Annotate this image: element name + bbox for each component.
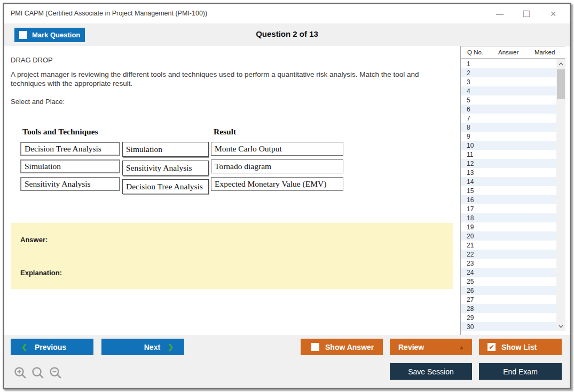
question-header-strip: Question 2 of 13 Mark Question [4,23,570,46]
question-number: 8 [467,124,470,131]
question-number: 12 [467,160,474,167]
show-list-checkbox[interactable]: ✔ [487,343,496,351]
scrollbar-thumb[interactable] [557,69,565,99]
footer-bar: ❮ Previous Next ❯ Show Answer Review ▲ ✔… [4,335,570,388]
column-header-qno: Q No. [467,49,483,55]
question-list-sidebar: Q No. Answer Marked 12345678910111213141… [460,46,565,335]
question-list-row[interactable]: 20 [461,231,557,241]
window-controls: — ☐ ✕ [493,7,560,20]
question-list-scrollbar[interactable] [556,59,565,331]
question-number: 11 [467,151,473,158]
question-list-row[interactable]: 18 [461,213,557,222]
question-list-row[interactable]: 17 [461,204,557,213]
save-session-button[interactable]: Save Session [390,363,472,380]
show-answer-checkbox[interactable] [311,343,319,351]
question-content: DRAG DROP A project manager is reviewing… [4,46,456,335]
question-list-row[interactable]: 21 [461,241,557,250]
zoom-in-icon[interactable] [13,366,27,380]
question-number: 15 [467,187,474,195]
next-button[interactable]: Next ❯ [101,339,184,355]
question-number: 5 [467,97,470,104]
question-list-row[interactable]: 27 [461,295,557,304]
drag-source-item[interactable]: Decision Tree Analysis [20,142,120,156]
maximize-icon[interactable]: ☐ [520,7,533,20]
question-list-row[interactable]: 12 [461,159,557,168]
question-counter: Question 2 of 13 [4,29,570,38]
question-list-row[interactable]: 15 [461,186,557,195]
question-list-row[interactable]: 24 [461,268,557,277]
question-number: 27 [467,296,474,303]
question-list-row[interactable]: 13 [461,168,557,177]
app-window: PMI CAPM (Certified Associate in Project… [3,3,571,389]
column-header-answer: Answer [498,49,518,55]
question-number: 3 [467,78,470,86]
question-list-row[interactable]: 3 [461,77,557,86]
question-number: 16 [467,196,474,204]
question-list: 1234567891011121314151617181920212223242… [461,59,557,331]
next-label: Next [144,343,160,351]
title-bar: PMI CAPM (Certified Associate in Project… [4,4,570,23]
drag-drop-column: SimulationSensitivity AnalysisDecision T… [122,142,209,194]
answer-panel: Answer: Explanation: [11,223,453,289]
zoom-controls [13,366,62,380]
dropped-item[interactable]: Decision Tree Analysis [122,179,209,194]
show-list-button[interactable]: ✔ Show List [479,339,562,355]
question-list-row[interactable]: 14 [461,177,557,186]
dropped-item[interactable]: Simulation [122,142,209,157]
question-number: 9 [467,133,470,140]
show-answer-button[interactable]: Show Answer [301,339,383,355]
zoom-reset-icon[interactable] [31,366,45,380]
question-list-row[interactable]: 1 [461,59,557,68]
mark-question-checkbox[interactable] [19,31,27,39]
question-number: 23 [467,260,474,267]
question-list-row[interactable]: 16 [461,195,557,204]
mark-question-label: Mark Question [32,31,80,39]
question-number: 21 [467,242,474,249]
question-number: 10 [467,142,474,149]
close-icon[interactable]: ✕ [546,7,560,20]
question-number: 30 [467,323,474,331]
dropped-item[interactable]: Sensitivity Analysis [122,161,209,175]
question-number: 7 [467,115,470,122]
answer-label: Answer: [20,236,48,244]
mark-question-button[interactable]: Mark Question [14,28,85,42]
question-list-row[interactable]: 25 [461,277,557,286]
question-list-row[interactable]: 2 [461,68,557,77]
question-list-row[interactable]: 23 [461,259,557,268]
question-list-row[interactable]: 29 [461,313,557,322]
question-list-row[interactable]: 8 [461,123,557,132]
minimize-icon[interactable]: — [493,7,507,20]
review-button[interactable]: Review ▲ [390,339,472,355]
question-list-row[interactable]: 28 [461,304,557,313]
question-list-row[interactable]: 6 [461,105,557,114]
result-column-header: Result [214,127,236,137]
previous-button[interactable]: ❮ Previous [11,339,93,355]
question-number: 13 [467,169,474,177]
question-list-row[interactable]: 5 [461,95,557,105]
question-list-row[interactable]: 7 [461,114,557,123]
save-session-label: Save Session [408,367,454,376]
question-number: 20 [467,233,474,240]
question-list-row[interactable]: 30 [461,322,557,331]
drag-source-item[interactable]: Sensitivity Analysis [20,177,120,191]
question-list-row[interactable]: 10 [461,141,557,150]
drag-source-item[interactable]: Simulation [20,159,120,173]
question-number: 6 [467,106,470,113]
question-list-row[interactable]: 4 [461,86,557,95]
question-list-row[interactable]: 9 [461,132,557,141]
question-list-header: Q No. Answer Marked [461,46,565,59]
scroll-down-icon[interactable] [556,322,565,331]
window-title: PMI CAPM (Certified Associate in Project… [11,10,207,17]
question-list-row[interactable]: 19 [461,222,557,231]
zoom-out-icon[interactable] [49,366,62,380]
drag-source-column: Decision Tree AnalysisSimulationSensitiv… [20,142,120,191]
question-prompt: A project manager is reviewing the diffe… [11,70,454,88]
scroll-up-icon[interactable] [556,60,565,68]
caret-up-icon: ▲ [459,344,465,350]
question-number: 1 [467,60,470,68]
question-list-row[interactable]: 11 [461,150,557,159]
end-exam-button[interactable]: End Exam [479,363,562,380]
question-list-row[interactable]: 22 [461,250,557,259]
question-list-row[interactable]: 26 [461,286,557,295]
question-number: 19 [467,223,474,231]
